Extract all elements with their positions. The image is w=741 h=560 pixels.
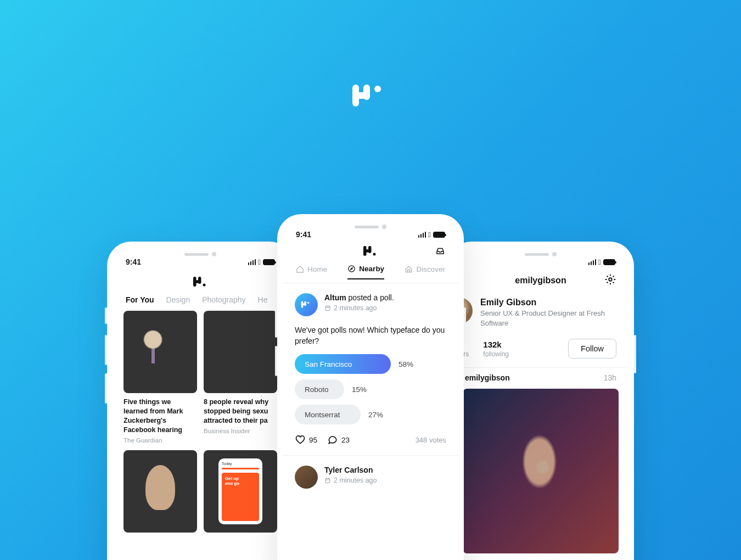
signal-icon [248, 259, 256, 265]
compass-icon [347, 265, 356, 273]
card-image [124, 450, 197, 533]
card-title: 8 people reveal why stopped being sexu a… [204, 397, 277, 425]
feed-post: Tyler Carlson 2 minutes ago [283, 456, 458, 489]
app-logo-small [363, 245, 378, 259]
inbox-icon[interactable] [434, 246, 446, 258]
status-time: 9:41 [126, 257, 141, 266]
comment-button[interactable]: 23 [327, 434, 350, 445]
post-author-line: Altum posted a poll. [324, 293, 394, 302]
phone-profile: 􀙇 emilygibson Emily Gibson Senior UX & P… [447, 242, 634, 560]
poll-option[interactable]: Roboto 15% [295, 379, 446, 399]
post-time: 13h [604, 373, 616, 382]
nav-home[interactable]: Home [296, 265, 327, 279]
svg-point-12 [307, 302, 309, 304]
battery-icon [603, 259, 615, 265]
follow-button[interactable]: Follow [568, 339, 616, 359]
status-time: 9:41 [296, 230, 311, 239]
comment-icon [327, 434, 338, 445]
svg-point-15 [609, 278, 612, 281]
card-image [124, 311, 197, 393]
tab-design[interactable]: Design [166, 295, 190, 304]
post-image[interactable] [463, 389, 619, 553]
wifi-icon: 􀙇 [598, 258, 601, 266]
svg-rect-13 [325, 306, 330, 311]
app-logo-small [113, 269, 288, 292]
status-icons: 􀙇 [418, 231, 445, 239]
poll-option[interactable]: San Francisco 58% [295, 354, 446, 374]
gear-icon [604, 273, 616, 285]
heart-icon [295, 434, 306, 445]
promo-today: Today [222, 462, 259, 466]
profile-username: emilygibson [515, 276, 566, 285]
feed-card[interactable]: Five things we learned from Mark Zuckerb… [124, 311, 197, 444]
post-author[interactable]: emilygibson [465, 373, 510, 382]
calendar-icon [324, 477, 331, 484]
avatar[interactable] [295, 466, 318, 489]
calendar-icon [324, 305, 331, 311]
feed-card[interactable]: Today Get upand go [204, 450, 277, 533]
battery-icon [263, 259, 275, 265]
poll-question: We've got polls now! Which typeface do y… [295, 325, 446, 346]
category-tabs: For You Design Photography He [113, 292, 288, 311]
svg-point-9 [349, 266, 355, 272]
poll-post: Altum posted a poll. 2 minutes ago We've… [283, 283, 458, 455]
status-icons: 􀙇 [248, 258, 275, 266]
discover-icon [405, 265, 413, 273]
poll-option[interactable]: Montserrat 27% [295, 405, 446, 424]
like-button[interactable]: 95 [295, 434, 317, 445]
card-title: Five things we learned from Mark Zuckerb… [124, 397, 197, 435]
tab-photography[interactable]: Photography [202, 295, 245, 304]
signal-icon [418, 232, 426, 238]
wifi-icon: 􀙇 [428, 231, 431, 239]
tab-for-you[interactable]: For You [126, 295, 154, 304]
card-source: Business Insider [204, 428, 277, 434]
wifi-icon: 􀙇 [258, 258, 261, 266]
stat-following[interactable]: 132k following [483, 340, 509, 358]
battery-icon [433, 232, 445, 238]
svg-point-5 [203, 284, 206, 287]
profile-role: Senior UX & Product Designer at Fresh So… [480, 309, 616, 328]
post-time: 2 minutes ago [324, 304, 394, 312]
profile-name: Emily Gibson [480, 298, 616, 307]
vote-count: 348 votes [416, 436, 446, 444]
card-image [204, 311, 277, 393]
nav-nearby[interactable]: Nearby [347, 265, 384, 279]
signal-icon [588, 259, 597, 265]
status-icons: 􀙇 [588, 258, 615, 266]
home-icon [296, 265, 304, 273]
phone-nearby: 9:41 􀙇 Home Nearby [277, 214, 464, 560]
svg-rect-14 [325, 479, 330, 483]
tab-more[interactable]: He [258, 295, 268, 304]
post-time: 2 minutes ago [324, 477, 377, 484]
card-image: Today Get upand go [204, 450, 277, 533]
feed-card[interactable]: 8 people reveal why stopped being sexu a… [204, 311, 277, 444]
post-author-line: Tyler Carlson [324, 466, 377, 474]
settings-button[interactable] [604, 273, 616, 288]
feed-card[interactable] [124, 450, 197, 533]
nav-discover[interactable]: Discover [405, 265, 445, 279]
svg-point-2 [374, 86, 381, 92]
svg-point-8 [373, 253, 376, 256]
avatar[interactable] [295, 293, 318, 316]
app-logo-hero [351, 82, 390, 112]
card-source: The Guardian [124, 437, 197, 444]
phone-feed: 9:41 􀙇 For You Design Photography He Fiv… [107, 242, 294, 560]
nav-tabs: Home Nearby Discover [283, 265, 458, 283]
